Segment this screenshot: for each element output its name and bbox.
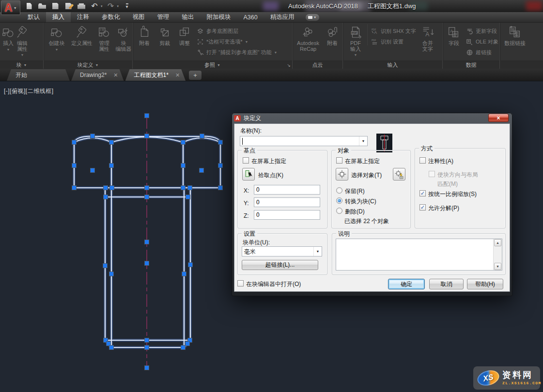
grip[interactable] — [104, 195, 108, 199]
tab-parametric[interactable]: 参数化 — [95, 12, 126, 22]
grip[interactable] — [181, 140, 186, 145]
grip[interactable] — [181, 346, 186, 350]
delete-radio[interactable]: 删除(D) — [336, 208, 365, 216]
grip[interactable] — [145, 261, 149, 266]
grip[interactable] — [91, 168, 95, 173]
grip[interactable] — [72, 186, 77, 190]
file-tab-current-document[interactable]: 工程图文档1* ✕ — [125, 69, 186, 81]
save-as-button[interactable] — [63, 1, 73, 11]
annotative-checkbox[interactable]: 注释性(A) — [419, 157, 453, 166]
grip[interactable] — [188, 186, 192, 190]
panel-title-data[interactable]: 数据 — [443, 60, 499, 69]
hyperlink-button-ribbon[interactable]: 超链接 — [466, 49, 498, 56]
block-editor-button[interactable]: 块 编辑器 — [113, 24, 132, 52]
file-tab-start[interactable]: 开始 — [7, 69, 70, 81]
grip[interactable] — [182, 272, 186, 276]
insert-block-button[interactable]: 插入 ▼ — [1, 24, 15, 52]
grip[interactable] — [145, 195, 149, 199]
grip[interactable] — [181, 164, 186, 168]
chevron-down-icon[interactable]: ▼ — [313, 247, 322, 256]
undo-dropdown-caret[interactable]: ▾ — [101, 4, 103, 8]
select-objects-button[interactable] — [336, 168, 348, 181]
attach-button[interactable]: 附着 — [134, 24, 155, 46]
tab-featured-apps[interactable]: 精选应用 — [264, 12, 301, 22]
grip[interactable] — [186, 195, 190, 199]
hyperlink-button[interactable]: 超链接(L)... — [242, 260, 318, 270]
grip[interactable] — [200, 168, 204, 173]
tab-manage[interactable]: 管理 — [151, 12, 176, 22]
manage-attributes-button[interactable]: 管理 属性 — [95, 24, 113, 52]
new-drawing-tab-button[interactable]: + — [189, 71, 202, 80]
cancel-button[interactable]: 取消 — [429, 279, 464, 289]
app-menu-button[interactable]: A ▼ — [1, 0, 20, 15]
grip[interactable] — [109, 272, 114, 276]
redo-dropdown-caret[interactable]: ▾ — [117, 4, 119, 8]
grip[interactable] — [186, 342, 190, 346]
grip[interactable] — [72, 164, 77, 168]
grip[interactable] — [145, 366, 149, 370]
grip[interactable] — [145, 338, 149, 343]
ok-button[interactable]: 确定 — [388, 279, 425, 289]
pick-point-button[interactable] — [242, 168, 255, 181]
convert-to-block-radio[interactable]: 转换为块(C) — [336, 197, 376, 206]
grip[interactable] — [109, 140, 114, 145]
grip[interactable] — [145, 134, 149, 138]
tab-view[interactable]: 视图 — [126, 12, 151, 22]
save-button[interactable] — [50, 1, 60, 11]
base-y-input[interactable] — [254, 197, 320, 207]
grip[interactable] — [145, 240, 149, 244]
description-textarea[interactable]: ▲ ▼ — [336, 239, 502, 271]
autodesk-recap-button[interactable]: Autodesk ReCap — [294, 24, 322, 52]
grip[interactable] — [72, 140, 77, 145]
panel-title-point-cloud[interactable]: 点云 — [293, 60, 342, 69]
edit-attributes-button[interactable]: 编辑 属性 ▼ — [16, 24, 29, 58]
objects-specify-on-screen-checkbox[interactable]: 在屏幕上指定 — [336, 157, 380, 166]
scroll-up-button[interactable]: ▲ — [494, 239, 501, 246]
open-in-block-editor-checkbox[interactable]: 在块编辑器中打开(O) — [237, 280, 301, 288]
tab-default[interactable]: 默认 — [21, 12, 46, 22]
grip[interactable] — [103, 264, 108, 268]
scrollbar[interactable]: ▲ ▼ — [493, 239, 502, 270]
snap-to-underlay-button[interactable]: 打开 “捕捉到参考底图” 功能 ▼ — [197, 49, 277, 56]
grip[interactable] — [109, 346, 114, 350]
tab-addins[interactable]: 附加模块 — [201, 12, 237, 22]
panel-title-import[interactable]: 输入 — [343, 60, 442, 69]
tab-a360[interactable]: A360 — [237, 12, 264, 22]
grip[interactable] — [145, 346, 149, 350]
grip[interactable] — [181, 186, 186, 190]
adjust-button[interactable]: 调整 — [175, 24, 194, 46]
plot-button[interactable] — [77, 1, 86, 11]
base-z-input[interactable] — [254, 210, 320, 220]
close-icon[interactable]: ✕ — [113, 72, 118, 78]
field-button[interactable]: 字段 — [444, 24, 464, 46]
grip[interactable] — [91, 134, 95, 138]
panel-title-reference[interactable]: 参照 ▼ — [133, 60, 292, 69]
retain-radio[interactable]: 保留(R) — [336, 187, 365, 196]
base-x-input[interactable] — [254, 185, 320, 195]
attach-point-cloud-button[interactable]: 附着 — [323, 24, 342, 46]
scroll-down-button[interactable]: ▼ — [494, 263, 501, 270]
grip[interactable] — [145, 186, 149, 190]
grip[interactable] — [218, 140, 223, 145]
frames-option-button[interactable]: *边框可变选项* ▼ — [197, 38, 277, 45]
panel-title-linking[interactable]: 链接和 — [500, 60, 543, 69]
ribbon-display-toggle[interactable]: ▼ — [306, 14, 319, 21]
dialog-title-bar[interactable]: A 块定义 × — [234, 113, 510, 123]
recognize-shx-text-button[interactable]: 识别 SHX 文字 — [371, 28, 416, 35]
grip[interactable] — [188, 263, 193, 267]
define-attributes-button[interactable]: 定义属性 — [69, 24, 95, 46]
base-specify-on-screen-checkbox[interactable]: 在屏幕上指定 — [243, 157, 286, 166]
redo-button[interactable] — [106, 1, 116, 11]
quick-select-button[interactable] — [393, 168, 405, 181]
open-file-button[interactable] — [37, 1, 47, 11]
scale-uniformly-checkbox[interactable]: 按统一比例缩放(S) — [419, 190, 477, 198]
chevron-down-icon[interactable]: ▼ — [359, 136, 367, 146]
close-icon[interactable]: ✕ — [175, 72, 180, 78]
grip[interactable] — [110, 186, 114, 190]
panel-title-block-definition[interactable]: 块定义 ▼ — [44, 60, 132, 69]
pdf-import-button[interactable]: PDF 输入 ▼ — [344, 24, 367, 58]
grip[interactable] — [109, 164, 114, 168]
undo-button[interactable] — [90, 1, 99, 11]
tab-output[interactable]: 输出 — [176, 12, 201, 22]
combine-text-button[interactable]: 合并 文字 — [418, 24, 438, 52]
